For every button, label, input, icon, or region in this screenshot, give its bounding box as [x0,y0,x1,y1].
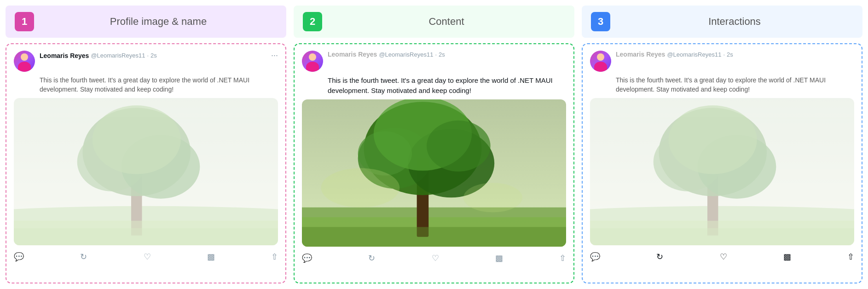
svg-point-6 [93,105,181,174]
column-3-header: 3 Interactions [582,6,862,38]
avatar-1 [14,51,35,72]
retweet-icon-1[interactable]: ↻ [80,252,87,262]
tweet-meta-3: Leomaris Reyes @LeomarisReyes11 · 2s [616,51,854,58]
column-3: 3 Interactions Leomaris Reyes @LeomarisR… [582,6,862,283]
retweet-icon-2[interactable]: ↻ [368,253,375,263]
tweet-handle-3: @LeomarisReyes11 [667,51,721,58]
svg-point-18 [427,120,491,171]
comment-icon-3[interactable]: 💬 [590,252,600,262]
column-3-title: Interactions [616,16,853,28]
tweet-actions-2: 💬 ↻ ♡ ▩ ⇧ [302,250,566,264]
tweet-author-line-1: Leomaris Reyes @LeomarisReyes11 · 2s ··· [40,51,278,60]
tweet-author-line-3: Leomaris Reyes @LeomarisReyes11 · 2s [616,51,854,58]
svg-point-20 [321,168,400,207]
tweet-image-2 [302,99,566,247]
main-container: 1 Profile image & name Leomaris Reyes @L… [0,0,868,289]
tweet-name-2: Leomaris Reyes [328,51,377,58]
tweet-header-1: Leomaris Reyes @LeomarisReyes11 · 2s ··· [14,51,278,72]
tweet-dot-2: · [435,51,437,58]
tweet-name-3: Leomaris Reyes [616,51,665,58]
like-icon-3[interactable]: ♡ [720,252,727,262]
tweet-meta-2: Leomaris Reyes @LeomarisReyes11 · 2s [328,51,566,58]
column-2-number: 2 [303,12,322,31]
comment-icon-2[interactable]: 💬 [302,253,312,263]
retweet-icon-3[interactable]: ↻ [656,252,663,262]
column-1-header: 1 Profile image & name [6,6,286,38]
tweet-time-1: 2s [150,52,157,59]
avatar-image-1 [14,51,35,72]
tweet-author-line-2: Leomaris Reyes @LeomarisReyes11 · 2s [328,51,566,58]
comment-icon-1[interactable]: 💬 [14,252,24,262]
tweet-text-2: This is the fourth tweet. It's a great d… [302,75,566,96]
stats-icon-1[interactable]: ▩ [207,252,215,262]
tweet-actions-3: 💬 ↻ ♡ ▩ ⇧ [590,249,854,263]
column-2-header: 2 Content [294,6,574,38]
tweet-more-1[interactable]: ··· [271,51,278,60]
like-icon-1[interactable]: ♡ [144,252,151,262]
column-2: 2 Content Leomaris Reyes @LeomarisReyes1… [294,6,574,283]
stats-icon-2[interactable]: ▩ [495,253,503,263]
like-icon-2[interactable]: ♡ [432,253,439,263]
avatar-image-2 [302,51,323,72]
stats-icon-3[interactable]: ▩ [783,252,791,262]
column-2-title: Content [328,16,565,28]
svg-rect-8 [14,228,278,245]
avatar-3 [590,51,611,72]
share-icon-1[interactable]: ⇧ [271,252,278,262]
tweet-actions-1: 💬 ↻ ♡ ▩ ⇧ [14,249,278,263]
column-3-number: 3 [591,12,610,31]
tweet-time-2: 2s [439,51,445,58]
tweet-time-3: 2s [727,51,733,58]
svg-rect-19 [302,227,566,247]
tweet-handle-2: @LeomarisReyes11 [379,51,433,58]
svg-rect-30 [590,228,854,245]
share-icon-2[interactable]: ⇧ [559,253,566,263]
svg-point-28 [669,105,757,174]
tweet-header-2: Leomaris Reyes @LeomarisReyes11 · 2s [302,51,566,72]
avatar-image-3 [590,51,611,72]
tweet-text-3: This is the fourth tweet. It's a great d… [590,75,854,94]
svg-point-21 [463,183,522,212]
tweet-image-3 [590,98,854,245]
tweet-card-1: Leomaris Reyes @LeomarisReyes11 · 2s ···… [6,43,286,283]
tweet-meta-1: Leomaris Reyes @LeomarisReyes11 · 2s ··· [40,51,278,60]
tweet-image-1 [14,98,278,245]
tweet-name-1: Leomaris Reyes [40,52,89,59]
tweet-header-3: Leomaris Reyes @LeomarisReyes11 · 2s [590,51,854,72]
tweet-card-2: Leomaris Reyes @LeomarisReyes11 · 2s Thi… [294,43,574,283]
column-1: 1 Profile image & name Leomaris Reyes @L… [6,6,286,283]
tweet-card-3: Leomaris Reyes @LeomarisReyes11 · 2s Thi… [582,43,862,283]
avatar-2 [302,51,323,72]
column-1-title: Profile image & name [40,16,277,28]
tweet-dot-3: · [723,51,725,58]
column-1-number: 1 [15,12,34,31]
tweet-handle-1: @LeomarisReyes11 [91,52,145,59]
tweet-text-1: This is the fourth tweet. It's a great d… [14,75,278,94]
share-icon-3[interactable]: ⇧ [847,252,854,262]
tweet-dot-1: · [147,52,149,59]
